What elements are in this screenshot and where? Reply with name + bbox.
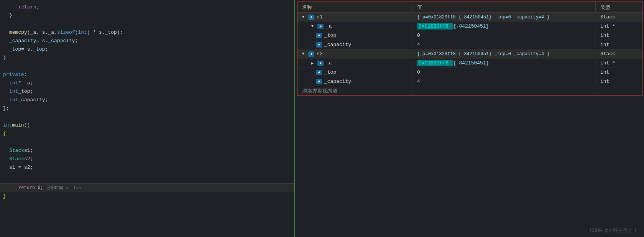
watch-name-s2-capacity: ◆ _capacity	[297, 78, 412, 85]
code-line: int main()	[0, 121, 294, 130]
watch-name-text-s2: s2	[317, 51, 323, 57]
code-token: private:	[3, 71, 27, 79]
highlight-value: 0x01829ff8	[417, 23, 453, 30]
watch-value-s2-a: 0x01829ff8 {-842150451}	[412, 59, 596, 67]
code-token: * _a;	[18, 79, 33, 87]
watch-value-s2-top: 0	[412, 69, 596, 76]
watch-name-text-s1-capacity: _capacity	[324, 42, 351, 48]
code-line: private:	[0, 71, 294, 79]
header-type: 类型	[596, 2, 642, 12]
code-token: };	[3, 105, 9, 113]
code-token: ;	[75, 37, 78, 45]
watch-value-s1-capacity: 4	[412, 41, 596, 48]
code-line: }	[0, 54, 294, 62]
code-token: _capacity	[9, 37, 36, 45]
code-line: int _top;	[0, 87, 294, 96]
watch-type-s1-capacity: int	[596, 41, 642, 48]
watch-name-text-s1: s1	[317, 14, 323, 20]
code-token: main	[12, 122, 24, 130]
watch-name-text-s2-capacity: _capacity	[324, 79, 351, 84]
code-token: }	[9, 12, 12, 20]
code-line: Stack s2;	[0, 155, 294, 163]
expand-arrow-s2-a[interactable]	[311, 61, 316, 66]
value-rest: {-842150451}	[453, 23, 489, 29]
watch-row-s1-top[interactable]: ◆ _top 0 int	[297, 31, 642, 40]
var-icon-s2-a: ◆	[317, 61, 324, 66]
watch-value-s2: {_a=0x01829ff8 {-842150451} _top=0 _capa…	[412, 51, 596, 58]
code-token: _top	[9, 46, 21, 54]
watch-value-s1-a: 0x01829ff8 {-842150451}	[412, 23, 596, 30]
code-token: sizeof	[57, 29, 75, 37]
add-watch-value	[412, 90, 596, 92]
watch-name-s1: ◆ s1	[297, 13, 412, 21]
watch-type-s1-top: int	[596, 32, 642, 39]
code-line: _capacity = s._capacity;	[0, 37, 294, 45]
watch-type-s2-a: int *	[596, 59, 642, 67]
watch-name-s2: ◆ s2	[297, 50, 412, 58]
watch-row-s2[interactable]: ◆ s2 {_a=0x01829ff8 {-842150451} _top=0 …	[297, 49, 642, 59]
watch-row-add[interactable]: 添加要监视的项	[297, 86, 642, 95]
code-token: int	[9, 79, 18, 87]
code-line	[0, 138, 294, 146]
return-keyword: return 0;	[3, 185, 43, 191]
code-token: int	[3, 122, 12, 130]
watch-table-header: 名称 值 类型	[297, 2, 642, 13]
code-token: (_a, s._a,	[27, 29, 57, 37]
watch-row-s1-a[interactable]: ◆ _a 0x01829ff8 {-842150451} int *	[297, 22, 642, 31]
watch-name-text-s1-top: _top	[324, 33, 336, 38]
watch-name-text-s1-a: _a	[326, 23, 332, 29]
time-indicator: 已用时间 <= 1ms	[46, 185, 81, 191]
watch-value-s1: {_a=0x01829ff8 {-842150451} _top=0 _capa…	[412, 14, 596, 21]
code-line: return;	[0, 3, 294, 12]
watch-name-s1-top: ◆ _top	[297, 32, 412, 39]
highlight-value-s2: 0x01829ff8	[417, 60, 453, 66]
code-token: _capacity;	[18, 96, 48, 104]
code-token: s1;	[24, 147, 33, 155]
watch-type-s2-capacity: int	[596, 78, 642, 85]
header-name: 名称	[297, 2, 412, 12]
code-line: int* _a;	[0, 79, 294, 87]
watch-row-s2-a[interactable]: ◆ _a 0x01829ff8 {-842150451} int *	[297, 59, 642, 68]
code-line: s1 = s2;	[0, 163, 294, 172]
watch-type-s2-top: int	[596, 69, 642, 76]
main-container: return; } memcpy(_a, s._a, sizeof(int) *…	[0, 0, 644, 237]
watch-row-s1[interactable]: ◆ s1 {_a=0x01829ff8 {-842150451} _top=0 …	[297, 13, 642, 22]
watch-row-s2-capacity[interactable]: ◆ _capacity 4 int	[297, 77, 642, 86]
code-token: int	[9, 96, 18, 104]
code-token: _capacity	[48, 37, 75, 45]
expand-arrow-s1-a[interactable]	[311, 24, 316, 28]
watch-type-s1: Stack	[596, 13, 642, 21]
add-watch-type	[596, 90, 642, 92]
code-token: (	[75, 29, 78, 37]
watch-row-s1-capacity[interactable]: ◆ _capacity 4 int	[297, 40, 642, 49]
watch-value-s1-top: 0	[412, 32, 596, 39]
var-icon-s2-top: ◆	[316, 70, 322, 75]
watch-table: 名称 值 类型 ◆ s1 {_a=0x01829ff8 {-842150451}…	[297, 2, 642, 96]
code-token: memcpy	[9, 29, 27, 37]
expand-arrow-s2[interactable]	[302, 52, 307, 56]
code-token: int	[78, 29, 87, 37]
watch-name-s1-capacity: ◆ _capacity	[297, 41, 412, 48]
watch-row-s2-top[interactable]: ◆ _top 0 int	[297, 68, 642, 77]
code-line	[0, 113, 294, 121]
var-icon-s2: ◆	[308, 51, 314, 57]
return-bar: return 0; 已用时间 <= 1ms	[0, 183, 294, 192]
expand-arrow-s1[interactable]	[302, 15, 307, 19]
var-icon-s1-top: ◆	[316, 33, 322, 38]
code-line: int _capacity;	[0, 96, 294, 104]
code-token: Stack	[9, 155, 24, 163]
add-watch-label[interactable]: 添加要监视的项	[297, 87, 412, 95]
code-token: s1 = s2;	[9, 164, 33, 172]
code-token: = s.	[36, 37, 48, 45]
code-line: {	[0, 130, 294, 138]
header-value: 值	[412, 2, 596, 12]
value-rest-s2: {-842150451}	[453, 60, 489, 66]
watch-name-text-s2-top: _top	[324, 69, 336, 75]
code-line: _top = s._top;	[0, 45, 294, 54]
code-line: };	[0, 104, 294, 113]
code-token: ;	[45, 46, 48, 54]
code-token: _top;	[18, 88, 33, 96]
var-icon-s1: ◆	[308, 15, 314, 20]
code-line	[0, 62, 294, 71]
code-token: _top	[33, 46, 45, 54]
